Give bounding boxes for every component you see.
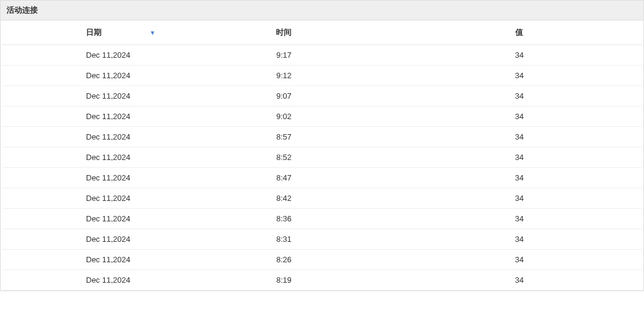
- cell-time: 8:19: [213, 270, 431, 291]
- table-row: Dec 11,20248:4734: [2, 168, 642, 188]
- cell-value: 34: [431, 188, 642, 209]
- cell-time: 8:57: [213, 127, 431, 147]
- table-wrap: 日期 ▼ 时间 值 Dec 11,20249:1734Dec 11,20249:…: [1, 20, 643, 291]
- column-header-time[interactable]: 时间: [213, 20, 431, 45]
- table-row: Dec 11,20248:5234: [2, 147, 642, 168]
- cell-value: 34: [431, 106, 642, 127]
- cell-value: 34: [431, 168, 642, 188]
- cell-value: 34: [431, 127, 642, 147]
- panel-title: 活动连接: [1, 1, 643, 20]
- table-row: Dec 11,20248:5734: [2, 127, 642, 147]
- cell-time: 8:42: [213, 188, 431, 209]
- table-row: Dec 11,20249:0234: [2, 106, 642, 127]
- cell-date: Dec 11,2024: [2, 106, 213, 127]
- cell-time: 8:36: [213, 209, 431, 229]
- cell-time: 8:26: [213, 250, 431, 270]
- cell-value: 34: [431, 209, 642, 229]
- column-header-date-label: 日期: [86, 27, 102, 38]
- cell-date: Dec 11,2024: [2, 188, 213, 209]
- cell-time: 9:02: [213, 106, 431, 127]
- cell-date: Dec 11,2024: [2, 270, 213, 291]
- cell-date: Dec 11,2024: [2, 229, 213, 250]
- column-header-time-label: 时间: [276, 27, 292, 38]
- cell-time: 8:31: [213, 229, 431, 250]
- column-header-date[interactable]: 日期 ▼: [2, 20, 213, 45]
- cell-value: 34: [431, 45, 642, 66]
- table-row: Dec 11,20249:1734: [2, 45, 642, 66]
- table-row: Dec 11,20248:3134: [2, 229, 642, 250]
- cell-value: 34: [431, 250, 642, 270]
- active-connections-panel: 活动连接 日期 ▼ 时间 值 Dec 11,20249:1734Dec 11,2: [0, 0, 644, 291]
- cell-time: 9:12: [213, 66, 431, 86]
- cell-date: Dec 11,2024: [2, 86, 213, 106]
- table-row: Dec 11,20248:3634: [2, 209, 642, 229]
- data-table: 日期 ▼ 时间 值 Dec 11,20249:1734Dec 11,20249:…: [2, 20, 642, 291]
- table-row: Dec 11,20249:1234: [2, 66, 642, 86]
- cell-value: 34: [431, 66, 642, 86]
- table-row: Dec 11,20248:2634: [2, 250, 642, 270]
- cell-date: Dec 11,2024: [2, 45, 213, 66]
- table-row: Dec 11,20249:0734: [2, 86, 642, 106]
- cell-value: 34: [431, 270, 642, 291]
- cell-date: Dec 11,2024: [2, 250, 213, 270]
- column-header-value-label: 值: [515, 27, 523, 38]
- cell-value: 34: [431, 229, 642, 250]
- cell-date: Dec 11,2024: [2, 127, 213, 147]
- cell-date: Dec 11,2024: [2, 168, 213, 188]
- cell-value: 34: [431, 86, 642, 106]
- cell-date: Dec 11,2024: [2, 147, 213, 168]
- cell-date: Dec 11,2024: [2, 209, 213, 229]
- cell-time: 9:17: [213, 45, 431, 66]
- cell-date: Dec 11,2024: [2, 66, 213, 86]
- table-row: Dec 11,20248:4234: [2, 188, 642, 209]
- cell-time: 8:47: [213, 168, 431, 188]
- cell-time: 9:07: [213, 86, 431, 106]
- table-row: Dec 11,20248:1934: [2, 270, 642, 291]
- cell-value: 34: [431, 147, 642, 168]
- column-header-value[interactable]: 值: [431, 20, 642, 45]
- sort-desc-icon: ▼: [150, 29, 156, 36]
- cell-time: 8:52: [213, 147, 431, 168]
